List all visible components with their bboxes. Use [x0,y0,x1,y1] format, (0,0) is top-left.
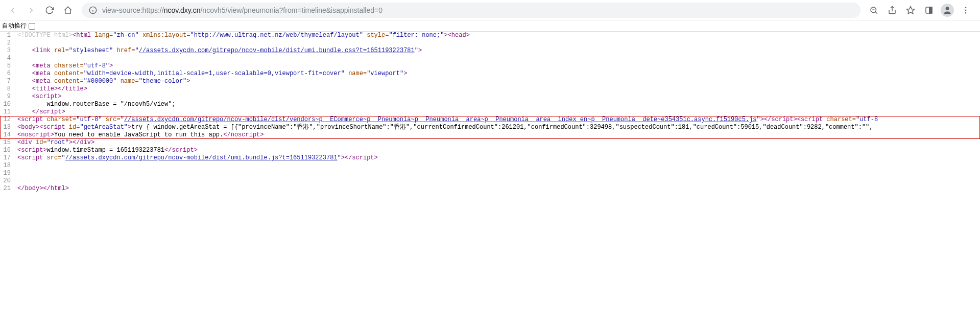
css-link[interactable]: //assets.dxycdn.com/gitrepo/ncov-mobile/… [139,47,415,54]
highlighted-region: 12 <script charset="utf-8" src="//assets… [0,116,980,139]
source-view: 1 <!DOCTYPE html><html lang="zh-cn" xmln… [0,32,980,193]
svg-line-4 [875,12,877,14]
reload-button[interactable] [41,2,58,19]
svg-point-13 [965,12,967,13]
zoom-icon[interactable] [866,2,882,19]
address-text: view-source:https://ncov.dxy.cn/ncovh5/v… [102,6,853,14]
address-bar[interactable]: view-source:https://ncov.dxy.cn/ncovh5/v… [82,3,861,18]
reader-icon[interactable] [921,2,937,19]
info-icon [89,6,97,14]
autowrap-label: 自动换行 [2,21,27,30]
forward-button[interactable] [22,2,40,19]
umi-js-link[interactable]: //assets.dxycdn.com/gitrepo/ncov-mobile/… [65,154,338,161]
source-line: 1 <!DOCTYPE html><html lang="zh-cn" xmln… [0,32,980,39]
autowrap-checkbox[interactable] [29,23,35,30]
toolbar-right-icons [866,2,976,19]
vendors-js-link[interactable]: //assets.dxycdn.com/gitrepo/ncov-mobile/… [124,116,757,123]
autowrap-row: 自动换行 [0,20,980,32]
svg-point-11 [965,7,967,8]
profile-icon[interactable] [939,2,955,19]
svg-rect-9 [929,7,932,13]
svg-marker-7 [907,6,915,13]
svg-point-10 [946,7,949,10]
svg-point-12 [965,9,967,11]
home-button[interactable] [59,2,77,19]
star-icon[interactable] [902,2,919,19]
back-button[interactable] [4,2,21,19]
share-icon[interactable] [884,2,900,19]
kebab-menu-icon[interactable] [958,2,974,19]
browser-toolbar: view-source:https://ncov.dxy.cn/ncovh5/v… [0,0,980,20]
